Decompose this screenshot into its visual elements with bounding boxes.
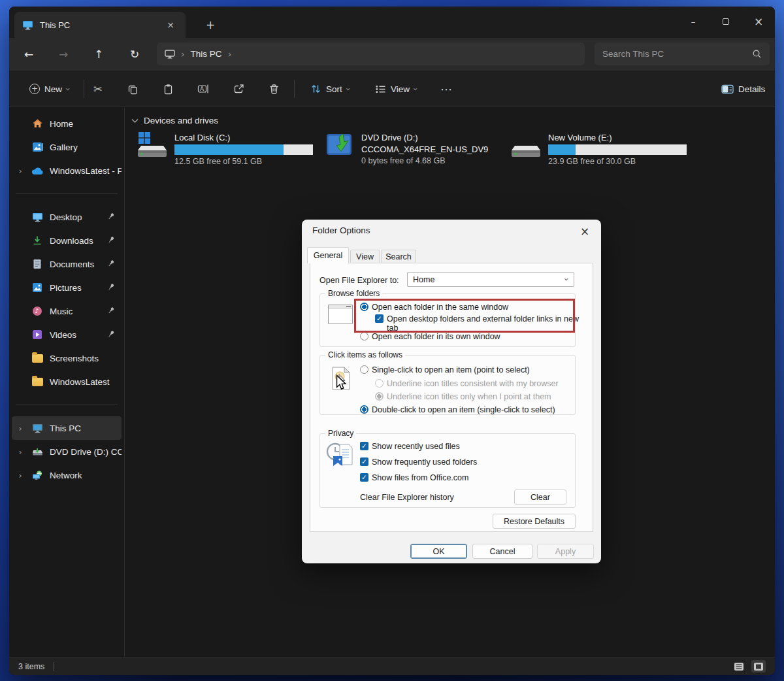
cut-button[interactable]: ✂ (87, 78, 109, 100)
details-view-toggle[interactable] (732, 660, 746, 673)
sidebar-item-home[interactable]: Home (12, 112, 122, 135)
radio-single-click[interactable] (360, 365, 368, 374)
checkbox-frequent-folders-label: Show frequently used folders (372, 457, 477, 467)
sidebar-item-windowslatest-folder[interactable]: WindowsLatest (12, 370, 122, 393)
apply-button[interactable]: Apply (537, 544, 594, 559)
chevron-right-icon[interactable]: › (16, 166, 25, 176)
svg-text:A: A (200, 86, 204, 92)
sidebar-label: DVD Drive (D:) CCC (50, 447, 122, 457)
privacy-legend: Privacy (325, 429, 356, 438)
chevron-right-icon[interactable]: › (16, 447, 25, 457)
pin-icon (107, 307, 116, 316)
up-button[interactable]: ↑ (88, 43, 110, 65)
sidebar-label: WindowsLatest - Pe (50, 166, 122, 176)
view-button[interactable]: View › (369, 78, 423, 100)
forward-button[interactable]: → (52, 43, 74, 65)
sidebar-item-music[interactable]: ♪ Music (12, 299, 122, 323)
sidebar-divider (16, 405, 118, 405)
dialog-close-button[interactable]: × (576, 223, 593, 240)
radio-same-window[interactable] (360, 303, 368, 311)
radio-same-window-label: Open each folder in the same window (372, 303, 508, 312)
new-button[interactable]: + New › (24, 78, 76, 100)
window-glyph-icon (328, 305, 353, 324)
open-to-dropdown[interactable]: Home › (407, 272, 574, 287)
tab-general[interactable]: General (307, 247, 349, 263)
pictures-icon (31, 282, 44, 293)
sort-label: Sort (326, 84, 342, 94)
window-close-button[interactable]: × (742, 7, 775, 37)
sidebar-item-this-pc[interactable]: › This PC (12, 416, 122, 440)
maximize-icon (723, 18, 729, 25)
paste-button[interactable] (157, 78, 179, 100)
copy-button[interactable] (122, 78, 144, 100)
capacity-bar-fill (174, 144, 284, 155)
drive-tile-new-volume-e[interactable]: New Volume (E:) 23.9 GB free of 30.0 GB (509, 130, 693, 172)
this-pc-icon (165, 50, 175, 59)
sidebar-label: This PC (50, 424, 81, 433)
restore-defaults-button[interactable]: Restore Defaults (493, 514, 576, 529)
status-bar: 3 items (9, 657, 775, 675)
rename-icon: A (197, 84, 209, 94)
drive-tile-dvd-d[interactable]: DVD Drive (D:) CCCOMA_X64FRE_EN-US_DV9 0… (322, 130, 506, 172)
sidebar-item-downloads[interactable]: Downloads (12, 229, 122, 252)
sidebar-item-dvd-drive[interactable]: › DVD Drive (D:) CCC (12, 440, 122, 463)
radio-double-click-label: Double-click to open an item (single-cli… (372, 405, 555, 414)
back-button[interactable]: ← (18, 43, 40, 65)
capacity-bar (174, 144, 313, 155)
radio-own-window-label: Open each folder in its own window (372, 332, 500, 341)
capacity-bar (548, 144, 687, 155)
breadcrumb-this-pc[interactable]: This PC (191, 49, 222, 59)
sidebar-item-gallery[interactable]: Gallery (12, 135, 122, 159)
clear-button[interactable]: Clear (514, 490, 566, 505)
ok-button[interactable]: OK (410, 544, 467, 559)
checkbox-open-new-tab[interactable]: ✓ (375, 314, 384, 323)
folder-icon (31, 378, 44, 386)
copy-icon (127, 84, 139, 95)
trash-icon (269, 84, 280, 95)
pin-icon (107, 236, 116, 246)
sidebar-item-screenshots[interactable]: Screenshots (12, 346, 122, 370)
sidebar-item-videos[interactable]: Videos (12, 323, 122, 346)
see-more-button[interactable]: ⋯ (435, 78, 457, 100)
click-items-legend: Click items as follows (325, 350, 405, 359)
section-devices-and-drives[interactable]: Devices and drives (131, 116, 218, 125)
dvd-drive-icon (31, 447, 44, 456)
tab-search[interactable]: Search (381, 250, 416, 263)
sidebar-label: Network (50, 471, 82, 480)
search-input[interactable]: Search This PC (595, 42, 770, 65)
checkbox-recent-files[interactable]: ✓ (360, 442, 368, 450)
drive-tile-local-disk-c[interactable]: Local Disk (C:) 12.5 GB free of 59.1 GB (135, 130, 319, 172)
sidebar-label: Gallery (50, 142, 78, 152)
chevron-right-icon[interactable]: › (16, 424, 25, 433)
radio-own-window[interactable] (360, 332, 368, 340)
maximize-button[interactable] (710, 7, 742, 37)
share-button[interactable] (227, 78, 250, 100)
sidebar-item-network[interactable]: › Network (12, 463, 122, 487)
refresh-button[interactable]: ↻ (123, 43, 146, 65)
tab-view[interactable]: View (350, 250, 380, 263)
details-pane-button[interactable]: Details (715, 78, 771, 100)
tab-close-icon[interactable]: × (163, 18, 178, 32)
section-header-label: Devices and drives (144, 116, 218, 125)
delete-button[interactable] (263, 78, 285, 100)
sidebar-item-pictures[interactable]: Pictures (12, 276, 122, 299)
minimize-button[interactable]: – (677, 7, 710, 37)
checkbox-frequent-folders[interactable]: ✓ (360, 457, 368, 466)
address-bar[interactable]: › This PC › (157, 42, 585, 65)
onedrive-cloud-icon (31, 167, 44, 175)
cancel-button[interactable]: Cancel (472, 544, 532, 559)
sidebar-item-documents[interactable]: Documents (12, 252, 122, 276)
checkbox-office-files[interactable]: ✓ (360, 473, 368, 482)
sidebar-item-desktop[interactable]: Desktop (12, 205, 122, 229)
chevron-right-icon[interactable]: › (16, 471, 25, 480)
radio-double-click[interactable] (360, 405, 368, 414)
tab-this-pc[interactable]: This PC × (14, 12, 186, 38)
sidebar-item-onedrive[interactable]: › WindowsLatest - Pe (12, 159, 122, 182)
sort-icon (310, 84, 321, 94)
sidebar-divider (16, 193, 118, 194)
breadcrumb-chevron-icon: › (181, 49, 185, 59)
new-tab-button[interactable]: + (201, 16, 220, 34)
rename-button[interactable]: A (192, 78, 214, 100)
sort-button[interactable]: Sort › (304, 78, 356, 100)
large-icons-view-toggle[interactable] (751, 660, 766, 673)
